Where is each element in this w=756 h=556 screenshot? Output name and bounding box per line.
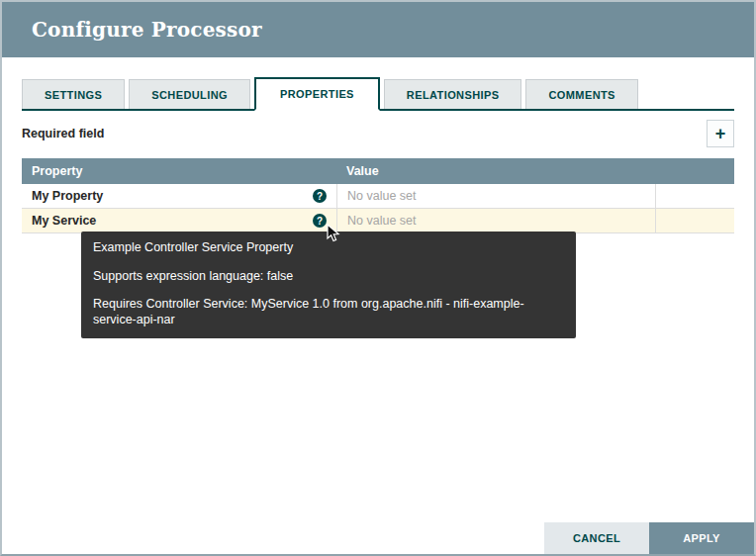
tab-scheduling[interactable]: SCHEDULING bbox=[129, 79, 250, 109]
apply-button[interactable]: APPLY bbox=[649, 522, 754, 554]
dialog-body: SETTINGS SCHEDULING PROPERTIES RELATIONS… bbox=[2, 77, 754, 233]
property-value[interactable]: No value set bbox=[347, 189, 416, 203]
tab-comments[interactable]: COMMENTS bbox=[525, 79, 637, 109]
plus-icon bbox=[715, 125, 726, 142]
tab-properties[interactable]: PROPERTIES bbox=[254, 77, 380, 111]
tab-settings[interactable]: SETTINGS bbox=[22, 79, 125, 109]
dialog-footer: CANCEL APPLY bbox=[544, 522, 754, 554]
column-header-property: Property bbox=[22, 158, 336, 184]
property-name: My Service bbox=[32, 214, 313, 228]
tooltip-required-service: Requires Controller Service: MyService 1… bbox=[93, 297, 564, 327]
required-field-label: Required field bbox=[22, 127, 104, 140]
question-circle-icon[interactable] bbox=[313, 214, 327, 228]
property-help-tooltip: Example Controller Service Property Supp… bbox=[81, 232, 576, 338]
question-circle-icon[interactable] bbox=[313, 189, 327, 203]
properties-toolbar: Required field bbox=[22, 113, 734, 154]
table-row[interactable]: My Property No value set bbox=[22, 184, 734, 209]
row-actions-cell bbox=[655, 209, 734, 232]
tab-relationships[interactable]: RELATIONSHIPS bbox=[384, 79, 522, 109]
property-name: My Property bbox=[32, 189, 313, 203]
table-row[interactable]: My Service No value set bbox=[22, 209, 734, 233]
properties-table: Property Value My Property No value set … bbox=[22, 158, 734, 233]
property-value[interactable]: No value set bbox=[347, 214, 416, 228]
tab-bar: SETTINGS SCHEDULING PROPERTIES RELATIONS… bbox=[22, 77, 734, 111]
tooltip-expression-language: Supports expression language: false bbox=[93, 269, 564, 285]
column-header-value: Value bbox=[336, 158, 655, 184]
cancel-button[interactable]: CANCEL bbox=[544, 522, 649, 554]
column-header-extra bbox=[655, 158, 734, 184]
add-property-button[interactable] bbox=[707, 120, 734, 147]
row-actions-cell bbox=[655, 184, 734, 208]
dialog-title: Configure Processor bbox=[32, 18, 262, 42]
mouse-cursor-icon bbox=[326, 224, 343, 247]
table-header-row: Property Value bbox=[22, 158, 734, 184]
configure-processor-dialog: Configure Processor SETTINGS SCHEDULING … bbox=[0, 0, 756, 556]
dialog-header: Configure Processor bbox=[2, 2, 754, 57]
